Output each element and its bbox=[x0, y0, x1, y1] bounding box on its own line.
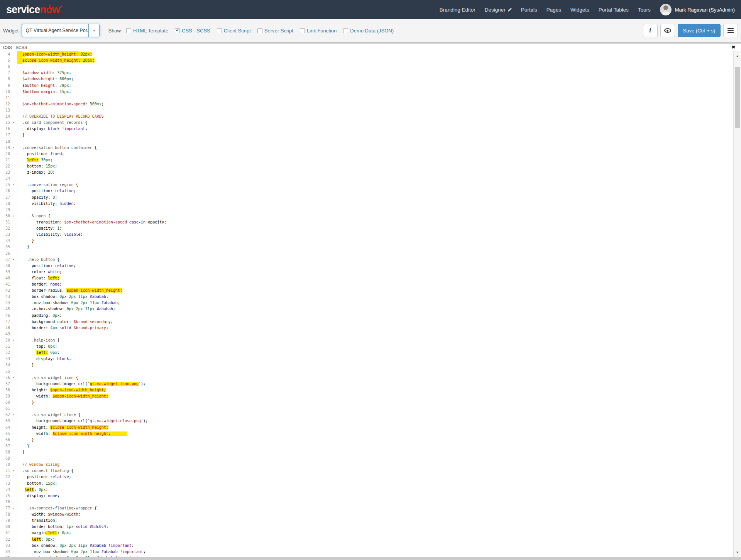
fold-gutter-spacer bbox=[10, 530, 17, 536]
code-token: !important bbox=[62, 127, 85, 131]
code-text: transition: bbox=[17, 518, 733, 524]
code-text: float: left; bbox=[17, 275, 733, 281]
show-toggle-html-template[interactable]: HTML Template bbox=[126, 28, 168, 34]
code-token: 11px bbox=[90, 550, 99, 554]
code-token: ; bbox=[106, 294, 108, 299]
nav-item-tours[interactable]: Tours bbox=[638, 7, 651, 13]
fold-gutter-spacer bbox=[10, 399, 17, 406]
servicenow-logo[interactable]: servicenow® bbox=[6, 4, 62, 16]
code-line: 51 top: 0px; bbox=[0, 343, 733, 350]
code-line: 54 } bbox=[0, 362, 733, 368]
code-token: 375px bbox=[57, 71, 69, 75]
code-text: .sn-va-widget-close { bbox=[17, 412, 733, 418]
code-token: position: bbox=[22, 189, 55, 193]
vertical-scrollbar-thumb[interactable] bbox=[735, 67, 740, 128]
show-toggle-css-scss[interactable]: ✔CSS - SCSS bbox=[175, 28, 210, 34]
menu-button[interactable] bbox=[723, 24, 738, 37]
nav-item-portals[interactable]: Portals bbox=[521, 7, 537, 13]
line-number: 35 bbox=[0, 244, 10, 250]
code-line: 80 border-bottom: 1px solid #bdc0c4; bbox=[0, 524, 733, 530]
code-editor[interactable]: 4$open-icon-width_height: 92px;5$close-i… bbox=[0, 51, 741, 560]
highlighted-token: ; bbox=[90, 52, 92, 56]
code-token: #ababab bbox=[102, 550, 118, 554]
show-toggle-demo-data-json[interactable]: Demo Data (JSON) bbox=[343, 28, 394, 34]
code-line: 4$open-icon-width_height: 92px; bbox=[0, 51, 733, 58]
fold-arrow-icon[interactable]: ▾ bbox=[10, 145, 17, 151]
line-number: 32 bbox=[0, 225, 10, 232]
widget-select-caret-button[interactable]: ▼ bbox=[88, 24, 99, 37]
code-token: 0px bbox=[59, 543, 66, 548]
code-text: box-shadow: 0px 2px 11px #ababab; bbox=[17, 294, 733, 300]
widget-select[interactable]: QT Virtual Agent Service Por... ▼ bbox=[22, 24, 100, 37]
code-text bbox=[17, 499, 733, 505]
scroll-down-icon[interactable]: ▼ bbox=[734, 551, 741, 554]
info-icon: i bbox=[649, 27, 651, 34]
close-icon[interactable]: ✖ bbox=[732, 45, 735, 50]
nav-item-designer[interactable]: Designer bbox=[485, 7, 512, 13]
code-token: ; bbox=[52, 170, 55, 174]
code-token: position: bbox=[22, 152, 50, 156]
code-line: 50▾ .help-icon { bbox=[0, 337, 733, 343]
save-button[interactable]: Save (Ctrl + s) bbox=[678, 24, 721, 37]
vertical-scrollbar[interactable]: ▲ ▼ bbox=[733, 51, 741, 557]
code-text: .conversation-region { bbox=[17, 182, 733, 188]
code-text: -o-box-shadow: 0px 2px 11px #ababab; bbox=[17, 306, 733, 312]
code-token: 15px bbox=[59, 90, 69, 94]
show-toggle-link-function[interactable]: Link Function bbox=[300, 28, 337, 34]
line-number: 17 bbox=[0, 132, 10, 138]
scroll-up-icon[interactable]: ▲ bbox=[734, 54, 741, 58]
code-token: display: bbox=[22, 357, 57, 361]
code-line: 9$button-height: 79px; bbox=[0, 83, 733, 89]
code-line: 17} bbox=[0, 132, 733, 138]
nav-item-portal-tables[interactable]: Portal Tables bbox=[599, 7, 629, 13]
fold-arrow-icon[interactable]: ▾ bbox=[10, 120, 17, 126]
fold-arrow-icon[interactable]: ▾ bbox=[10, 375, 17, 381]
code-token: url bbox=[78, 382, 85, 386]
code-token: : bbox=[55, 83, 59, 88]
line-number: 18 bbox=[0, 139, 10, 145]
code-token: border-bottom: bbox=[22, 524, 66, 529]
code-token: 4px bbox=[50, 326, 57, 330]
nav-item-widgets[interactable]: Widgets bbox=[570, 7, 589, 13]
fold-gutter-spacer bbox=[10, 238, 17, 244]
code-line: 5$close-icon-width_height: 20px; bbox=[0, 58, 733, 64]
fold-arrow-icon[interactable]: ▾ bbox=[10, 257, 17, 263]
show-toggle-server-script[interactable]: Server Script bbox=[257, 28, 293, 34]
code-line: 57 background-image: url('qt-va-widget-i… bbox=[0, 381, 733, 387]
code-token: ; bbox=[69, 83, 71, 88]
nav-item-branding-editor[interactable]: Branding Editor bbox=[440, 7, 475, 13]
code-token: .sn-connect-floating-wrapper bbox=[27, 506, 92, 510]
nav-item-pages[interactable]: Pages bbox=[546, 7, 561, 13]
fold-gutter-spacer bbox=[10, 163, 17, 169]
code-token: } bbox=[22, 245, 29, 249]
code-token: { bbox=[73, 376, 78, 380]
show-toggle-client-script[interactable]: Client Script bbox=[217, 28, 251, 34]
code-token: : bbox=[55, 77, 59, 81]
user-avatar[interactable] bbox=[660, 4, 672, 15]
line-number: 20 bbox=[0, 151, 10, 157]
fold-gutter-spacer bbox=[10, 306, 17, 312]
code-token: ; bbox=[69, 90, 71, 94]
fold-arrow-icon[interactable]: ▾ bbox=[10, 213, 17, 219]
fold-arrow-icon[interactable]: ▾ bbox=[10, 505, 17, 511]
nav-user: Mark Ragavan (SysAdmin) bbox=[660, 4, 735, 15]
code-token: ease-in bbox=[129, 220, 145, 224]
code-token: ' bbox=[88, 382, 90, 386]
code-line: 62▾ .sn-va-widget-close { bbox=[0, 412, 733, 418]
user-name[interactable]: Mark Ragavan (SysAdmin) bbox=[675, 7, 735, 13]
line-number: 82 bbox=[0, 536, 10, 543]
code-token: 15px bbox=[46, 164, 55, 168]
fold-arrow-icon[interactable]: ▾ bbox=[10, 468, 17, 474]
info-button[interactable]: i bbox=[643, 24, 658, 37]
preview-button[interactable] bbox=[660, 24, 675, 37]
fold-arrow-icon[interactable]: ▾ bbox=[10, 412, 17, 418]
avatar-torso-shape bbox=[661, 12, 670, 15]
line-number: 84 bbox=[0, 549, 10, 555]
line-number: 9 bbox=[0, 83, 10, 89]
code-token: padding: bbox=[22, 313, 52, 318]
fold-arrow-icon[interactable]: ▾ bbox=[10, 337, 17, 343]
fold-arrow-icon[interactable]: ▾ bbox=[10, 182, 17, 188]
horizontal-scrollbar[interactable] bbox=[0, 557, 741, 560]
code-token: block bbox=[57, 357, 69, 361]
code-token: { bbox=[73, 183, 78, 187]
